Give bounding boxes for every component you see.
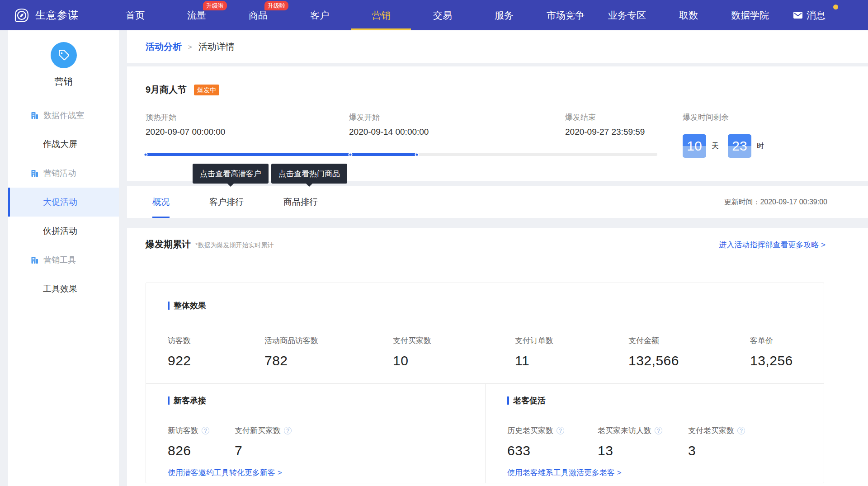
sidebar-item-big-promo[interactable]: 大促活动	[8, 188, 119, 217]
burst-end-label: 爆发结束	[565, 112, 683, 123]
nav-item-products[interactable]: 商品升级啦	[227, 0, 289, 30]
brand[interactable]: 生意参谋	[14, 7, 91, 24]
update-time: 更新时间：2020-09-17 00:39:00	[724, 198, 827, 207]
progress-fill	[146, 153, 417, 156]
sidebar-group-marketing-activities[interactable]: 营销活动	[8, 159, 119, 188]
sidebar-module-title: 营销	[8, 75, 119, 88]
nav-item-customers[interactable]: 客户	[289, 0, 350, 30]
countdown-hours-unit: 时	[757, 142, 764, 151]
breadcrumb-separator: >	[188, 43, 192, 51]
help-icon[interactable]: ?	[557, 427, 564, 434]
tab-overview[interactable]: 概况	[152, 186, 170, 218]
sidebar-menu: 数据作战室 作战大屏 营销活动 大促活动 伙拼活动 营销工具 工具效果	[8, 101, 119, 303]
compass-logo-icon	[14, 7, 30, 24]
main-content: 活动分析 > 活动详情 9月商人节 爆发中 预热开始 2020-09-07 00…	[127, 30, 868, 486]
metric-avg-order-value: 客单价 13,256	[750, 335, 824, 368]
nav-item-business-zone[interactable]: 业务专区	[596, 0, 658, 30]
metric-visitors: 访客数 922	[168, 335, 264, 368]
burst-start-label: 爆发开始	[349, 112, 565, 123]
sidebar-item-tool-effects[interactable]: 工具效果	[8, 274, 119, 303]
metric-old-paying-buyers: 支付老买家数? 3	[688, 425, 824, 458]
metric-paid-orders: 支付订单数 11	[515, 335, 628, 368]
sidebar-group-data-war-room[interactable]: 数据作战室	[8, 101, 119, 130]
nav-item-traffic[interactable]: 流量升级啦	[166, 0, 227, 30]
section-note: *数据为爆发期开始实时累计	[195, 240, 274, 250]
tab-customer-ranking[interactable]: 客户排行	[209, 186, 244, 218]
help-icon[interactable]: ?	[655, 427, 662, 434]
old-customers-panel: 老客促活 历史老买家数? 633 老买家来访人数? 13 支付老	[485, 384, 824, 483]
main-gap	[119, 30, 127, 486]
new-customers-panel: 新客承接 新访客数? 826 支付新买家数? 7 使用潜客邀约工具转化更多新	[146, 384, 485, 483]
messages-button[interactable]: 消息	[793, 0, 826, 30]
nav-item-market-competition[interactable]: 市场竞争	[535, 0, 596, 30]
nav-item-trade[interactable]: 交易	[412, 0, 473, 30]
tooltip-high-potential-customers: 点击查看高潜客户	[193, 164, 269, 184]
progress-start-dot	[144, 152, 148, 156]
sidebar-item-group-buy[interactable]: 伙拼活动	[8, 217, 119, 245]
countdown-days: 10	[683, 134, 706, 158]
overall-effect-title: 整体效果	[168, 301, 824, 310]
upgrade-badge: 升级啦	[264, 1, 288, 10]
metric-payment-amount: 支付金额 132,566	[628, 335, 750, 368]
campaign-card: 9月商人节 爆发中 预热开始 2020-09-07 00:00:00 爆发开始 …	[127, 66, 868, 181]
breadcrumb-current: 活动详情	[198, 41, 235, 53]
countdown: 10 天 23 时	[683, 134, 868, 158]
nav-item-marketing[interactable]: 营销	[350, 0, 412, 30]
notification-dot	[833, 5, 838, 9]
building-icon	[30, 111, 39, 120]
metric-old-buyer-visits: 老买家来访人数? 13	[598, 425, 688, 458]
sidebar-item-war-screen[interactable]: 作战大屏	[8, 130, 119, 159]
sidebar: 营销 数据作战室 作战大屏 营销活动 大促活动 伙拼活动 营销工具 工具效果	[8, 30, 119, 486]
tooltip-hot-products: 点击查看热门商品	[271, 164, 347, 184]
campaign-progress-bar	[146, 153, 657, 156]
new-customers-tool-link[interactable]: 使用潜客邀约工具转化更多新客 >	[168, 467, 485, 478]
metric-new-paying-buyers: 支付新买家数? 7	[235, 425, 485, 458]
command-center-link[interactable]: 进入活动指挥部查看更多攻略 >	[719, 240, 826, 250]
nav-item-home[interactable]: 首页	[104, 0, 166, 30]
left-gutter	[0, 30, 8, 486]
campaign-timeline: 预热开始 2020-09-07 00:00:00 爆发开始 2020-09-14…	[146, 112, 868, 158]
overall-metrics: 访客数 922 活动商品访客数 782 支付买家数 10 支付订单数	[168, 335, 824, 368]
countdown-hours: 23	[728, 134, 751, 158]
new-customers-title: 新客承接	[168, 396, 485, 405]
burst-end-time: 2020-09-27 23:59:59	[565, 127, 683, 137]
nav-item-data-fetch[interactable]: 取数	[658, 0, 719, 30]
nav-items: 首页 流量升级啦 商品升级啦 客户 营销 交易 服务 市场竞争 业务专区 取数 …	[104, 0, 781, 30]
burst-start-time: 2020-09-14 00:00:00	[349, 127, 565, 137]
marketing-module-badge	[51, 42, 77, 68]
tabs-bar: 概况 客户排行 商品排行 更新时间：2020-09-17 00:39:00	[127, 186, 868, 218]
sidebar-module-header: 营销	[8, 30, 119, 97]
metric-paying-buyers: 支付买家数 10	[393, 335, 515, 368]
breadcrumb: 活动分析 > 活动详情	[127, 30, 868, 63]
campaign-title: 9月商人节	[146, 84, 187, 96]
old-customers-tool-link[interactable]: 使用老客维系工具激活更多老客 >	[507, 467, 824, 478]
tag-icon	[57, 49, 70, 61]
countdown-days-unit: 天	[712, 142, 719, 151]
metric-historical-old-buyers: 历史老买家数? 633	[507, 425, 598, 458]
building-icon	[30, 256, 39, 264]
help-icon[interactable]: ?	[202, 427, 209, 434]
upgrade-badge: 升级啦	[203, 1, 227, 10]
time-remaining-label: 爆发时间剩余	[683, 112, 868, 123]
breadcrumb-parent[interactable]: 活动分析	[146, 41, 182, 53]
warmup-start-time: 2020-09-07 00:00:00	[146, 127, 349, 137]
old-customers-title: 老客促活	[507, 396, 824, 405]
envelope-icon	[793, 12, 802, 19]
progress-milestone-dot	[348, 152, 352, 156]
progress-current-dot	[415, 152, 419, 156]
campaign-status-badge: 爆发中	[194, 85, 219, 95]
brand-name: 生意参谋	[35, 8, 79, 22]
sidebar-group-marketing-tools[interactable]: 营销工具	[8, 245, 119, 274]
metric-new-visitors: 新访客数? 826	[168, 425, 235, 458]
metrics-box: 整体效果 访客数 922 活动商品访客数 782 支付买家数 10	[146, 283, 824, 483]
nav-item-services[interactable]: 服务	[473, 0, 535, 30]
top-nav: 生意参谋 首页 流量升级啦 商品升级啦 客户 营销 交易 服务 市场竞争 业务专…	[0, 0, 868, 30]
tab-product-ranking[interactable]: 商品排行	[283, 186, 318, 218]
burst-summary-card: 爆发期累计 *数据为爆发期开始实时累计 进入活动指挥部查看更多攻略 > 整体效果…	[127, 228, 868, 486]
warmup-start-label: 预热开始	[146, 112, 349, 123]
section-title: 爆发期累计	[146, 239, 191, 250]
metric-activity-product-visitors: 活动商品访客数 782	[264, 335, 393, 368]
help-icon[interactable]: ?	[284, 427, 292, 434]
nav-item-data-academy[interactable]: 数据学院	[719, 0, 781, 30]
help-icon[interactable]: ?	[737, 427, 745, 434]
